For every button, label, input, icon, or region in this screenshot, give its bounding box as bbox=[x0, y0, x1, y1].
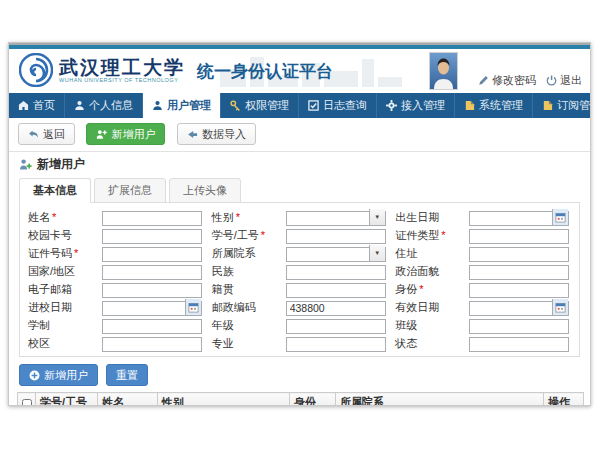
nav-item-log-query[interactable]: 日志查询 bbox=[299, 93, 377, 118]
major-input[interactable] bbox=[286, 337, 386, 352]
student-staff-id-label: 学号/工号* bbox=[212, 228, 286, 243]
col-identity: 身份 bbox=[290, 393, 336, 407]
reset-button[interactable]: 重置 bbox=[106, 364, 148, 386]
form-row: 姓名*性别*▼出生日期 bbox=[24, 208, 575, 226]
nav-item-home[interactable]: 首页 bbox=[9, 93, 65, 118]
native-place-input[interactable] bbox=[286, 283, 386, 298]
add-user-toolbar-button[interactable]: 新增用户 bbox=[86, 123, 165, 145]
gender-label: 性别* bbox=[212, 210, 286, 225]
id-number-label: 证件号码* bbox=[28, 246, 102, 261]
birth-date-calendar-button[interactable] bbox=[552, 209, 568, 225]
campus-input[interactable] bbox=[102, 337, 202, 352]
tab-upload-avatar[interactable]: 上传头像 bbox=[169, 178, 241, 203]
email-input[interactable] bbox=[102, 283, 202, 298]
nav-item-subscription-management[interactable]: 订阅管理 bbox=[533, 93, 591, 118]
nav-item-profile[interactable]: 个人信息 bbox=[65, 93, 143, 118]
user-avatar[interactable] bbox=[429, 52, 458, 90]
col-student-staff-id: 学号/工号 bbox=[36, 393, 98, 407]
add-user-icon bbox=[19, 158, 32, 171]
address-field: 住址 bbox=[391, 244, 575, 262]
political-status-input[interactable] bbox=[469, 265, 569, 280]
nav-item-label: 订阅管理 bbox=[557, 98, 591, 113]
change-password-label: 修改密码 bbox=[492, 73, 536, 88]
name-input[interactable] bbox=[102, 211, 202, 226]
university-name-en: WUHAN UNIVERSITY OF TECHNOLOGY bbox=[59, 77, 185, 84]
education-length-input[interactable] bbox=[102, 319, 202, 334]
tab-basic-info[interactable]: 基本信息 bbox=[19, 178, 91, 203]
nav-item-label: 个人信息 bbox=[89, 98, 133, 113]
form-row: 国家/地区民族政治面貌 bbox=[24, 262, 575, 280]
nav-item-label: 首页 bbox=[33, 98, 55, 113]
name-field: 姓名* bbox=[24, 208, 208, 226]
form-actions: 新增用户 重置 bbox=[19, 364, 580, 386]
ethnicity-field: 民族 bbox=[208, 262, 392, 280]
grade-field: 年级 bbox=[208, 316, 392, 334]
nav-item-access-management[interactable]: 接入管理 bbox=[377, 93, 455, 118]
required-asterisk: * bbox=[441, 229, 445, 241]
select-all-cell bbox=[18, 393, 36, 407]
user-icon bbox=[152, 100, 163, 111]
form-row: 证件号码*所属院系▼住址 bbox=[24, 244, 575, 262]
nav-item-permission-management[interactable]: 权限管理 bbox=[221, 93, 299, 118]
education-length-field: 学制 bbox=[24, 316, 208, 334]
native-place-field: 籍贯 bbox=[208, 280, 392, 298]
change-password-link[interactable]: 修改密码 bbox=[478, 73, 536, 88]
back-arrow-icon bbox=[28, 129, 39, 140]
valid-date-label: 有效日期 bbox=[395, 300, 469, 315]
header: 武汉理工大学 WUHAN UNIVERSITY OF TECHNOLOGY 统一… bbox=[9, 49, 590, 93]
col-department: 所属院系 bbox=[336, 393, 544, 407]
required-asterisk: * bbox=[52, 211, 56, 223]
form-row: 电子邮箱籍贯身份* bbox=[24, 280, 575, 298]
id-number-field: 证件号码* bbox=[24, 244, 208, 262]
grade-input[interactable] bbox=[286, 319, 386, 334]
campus-card-number-field: 校园卡号 bbox=[24, 226, 208, 244]
gender-field: 性别*▼ bbox=[208, 208, 392, 226]
data-import-button[interactable]: 数据导入 bbox=[177, 123, 256, 145]
logout-label: 退出 bbox=[560, 73, 582, 88]
nav-item-label: 日志查询 bbox=[323, 98, 367, 113]
id-number-input[interactable] bbox=[102, 247, 202, 262]
student-staff-id-field: 学号/工号* bbox=[208, 226, 392, 244]
col-gender: 性别 bbox=[158, 393, 290, 407]
plus-circle-icon bbox=[29, 370, 40, 381]
ethnicity-input[interactable] bbox=[286, 265, 386, 280]
required-asterisk: * bbox=[419, 283, 423, 295]
university-emblem-icon bbox=[19, 53, 53, 87]
campus-label: 校区 bbox=[28, 336, 102, 351]
add-user-submit-button[interactable]: 新增用户 bbox=[19, 364, 98, 386]
valid-date-calendar-button[interactable] bbox=[552, 299, 568, 315]
class-input[interactable] bbox=[469, 319, 569, 334]
identity-field: 身份* bbox=[391, 280, 575, 298]
student-staff-id-input[interactable] bbox=[286, 229, 386, 244]
select-all-checkbox[interactable] bbox=[22, 399, 32, 406]
address-input[interactable] bbox=[469, 247, 569, 262]
entry-date-calendar-button[interactable] bbox=[185, 299, 201, 315]
chevron-down-icon: ▼ bbox=[374, 250, 380, 256]
status-input[interactable] bbox=[469, 337, 569, 352]
postal-code-input[interactable] bbox=[286, 301, 386, 316]
col-operation: 操作 bbox=[544, 393, 584, 407]
country-region-input[interactable] bbox=[102, 265, 202, 280]
calendar-icon bbox=[555, 212, 566, 223]
gender-dropdown-button[interactable]: ▼ bbox=[369, 209, 385, 225]
political-status-field: 政治面貌 bbox=[391, 262, 575, 280]
entry-date-field: 进校日期 bbox=[24, 298, 208, 316]
tab-extended-info[interactable]: 扩展信息 bbox=[94, 178, 166, 203]
form-row: 校园卡号学号/工号*证件类型* bbox=[24, 226, 575, 244]
logout-link[interactable]: 退出 bbox=[546, 73, 582, 88]
campus-card-number-input[interactable] bbox=[102, 229, 202, 244]
campus-card-number-label: 校园卡号 bbox=[28, 228, 102, 243]
education-length-label: 学制 bbox=[28, 318, 102, 333]
id-type-input[interactable] bbox=[469, 229, 569, 244]
department-dropdown-button[interactable]: ▼ bbox=[369, 245, 385, 261]
back-button[interactable]: 返回 bbox=[18, 123, 75, 145]
postal-code-label: 邮政编码 bbox=[212, 300, 286, 315]
form-row: 进校日期邮政编码有效日期 bbox=[24, 298, 575, 316]
chevron-down-icon: ▼ bbox=[374, 214, 380, 220]
identity-input[interactable] bbox=[469, 283, 569, 298]
nav-item-system-management[interactable]: 系统管理 bbox=[455, 93, 533, 118]
section-title-label: 新增用户 bbox=[37, 156, 85, 173]
nav-item-user-management[interactable]: 用户管理 bbox=[143, 93, 221, 118]
identity-label: 身份* bbox=[395, 282, 469, 297]
required-asterisk: * bbox=[236, 211, 240, 223]
